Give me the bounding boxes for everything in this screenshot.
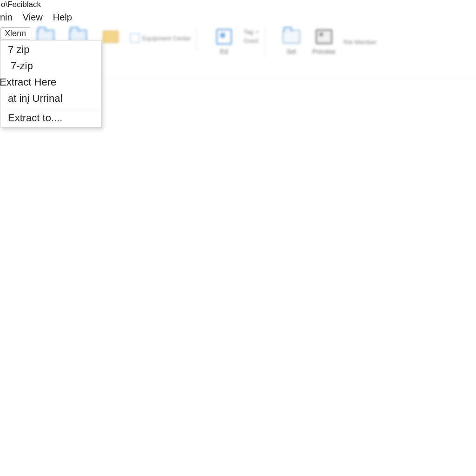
ribbon-good-row[interactable]: Good xyxy=(244,37,258,44)
ribbon-button-preview[interactable]: Preview xyxy=(311,28,337,55)
menu-item-view[interactable]: View xyxy=(23,12,43,23)
chevron-down-icon: ▾ xyxy=(256,29,258,34)
ribbon-small-label: Equipment Center xyxy=(142,35,191,42)
ribbon-button-preview-label: Preview xyxy=(312,48,336,55)
context-menu-item-extract-to[interactable]: Extract to.... xyxy=(0,110,101,126)
ribbon-button-set-label: Set xyxy=(286,48,296,55)
picture-icon xyxy=(315,28,333,45)
folder-icon xyxy=(101,28,120,45)
context-menu-item-extract-here[interactable]: Extract Here xyxy=(0,74,101,90)
ribbon-tab[interactable]: Xlenn xyxy=(0,27,30,40)
ribbon-group-2: Ed Tag ▾ Good xyxy=(205,26,264,57)
ribbon-tag-label: Tag xyxy=(244,28,253,35)
ribbon-tab-label: Xlenn xyxy=(5,29,26,38)
ribbon-button-set[interactable]: Set xyxy=(278,28,304,55)
title-bar: o\Feciblack xyxy=(0,0,476,10)
document-icon xyxy=(130,33,139,43)
folder-icon xyxy=(282,28,301,45)
content-area[interactable] xyxy=(0,82,476,476)
context-menu: 7 zip 7-zip Extract Here at inį Urrinal … xyxy=(0,40,101,127)
ribbon-group-3: Set Preview Ret Member xyxy=(273,26,383,57)
ribbon-tag-row[interactable]: Tag ▾ xyxy=(244,28,258,35)
context-menu-separator xyxy=(7,108,97,108)
context-menu-item-7zip[interactable]: 7 zip xyxy=(0,41,101,58)
menu-item-help[interactable]: Help xyxy=(53,12,72,23)
context-menu-item-7-zip[interactable]: 7-zip xyxy=(0,58,101,74)
context-menu-item-at-ini[interactable]: at inį Urrinal xyxy=(0,90,101,106)
window-title: o\Feciblack xyxy=(1,0,41,9)
ribbon-small-row[interactable]: Equipment Center xyxy=(130,33,191,43)
ribbon-retmember-label: Ret Member xyxy=(344,39,377,46)
menu-item-nin[interactable]: nin xyxy=(0,12,13,23)
menu-bar: nin View Help xyxy=(0,10,476,25)
ribbon-good-label: Good xyxy=(244,37,258,44)
ribbon-small-2: Tag ▾ Good xyxy=(244,28,258,55)
ribbon-button-3[interactable] xyxy=(98,28,124,48)
ribbon-button-ed-label: Ed xyxy=(220,48,228,55)
ribbon-small-3: Ret Member xyxy=(344,28,377,55)
ribbon-small-1: Equipment Center xyxy=(130,28,191,48)
ribbon-button-ed[interactable]: Ed xyxy=(211,28,237,55)
ribbon-retmember-row[interactable]: Ret Member xyxy=(344,39,377,46)
square-icon xyxy=(215,28,233,45)
